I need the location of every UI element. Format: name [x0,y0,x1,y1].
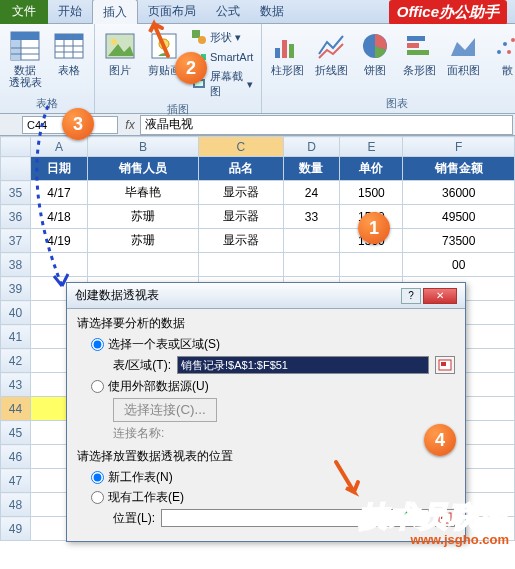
opt-select-range[interactable]: 选择一个表或区域(S) [91,336,455,353]
tab-formula[interactable]: 公式 [206,0,250,24]
cell[interactable] [340,253,403,277]
row-header[interactable]: 43 [1,373,31,397]
row-header[interactable]: 45 [1,421,31,445]
tab-file[interactable]: 文件 [0,0,48,24]
section-label: 请选择要分析的数据 [77,315,455,332]
tab-home[interactable]: 开始 [48,0,92,24]
col-D[interactable]: D [283,137,340,157]
tab-insert[interactable]: 插入 [92,0,138,25]
cell[interactable]: 品名 [199,157,283,181]
row-header[interactable]: 44 [1,397,31,421]
connection-name-label: 连接名称: [113,425,455,442]
table-button[interactable]: 表格 [50,28,88,78]
cell[interactable]: 数量 [283,157,340,181]
cell[interactable]: 单价 [340,157,403,181]
column-chart-button[interactable]: 柱形图 [268,28,306,78]
cell[interactable]: 毕春艳 [87,181,198,205]
row-header[interactable]: 47 [1,469,31,493]
picture-label: 图片 [109,64,131,76]
col-E[interactable]: E [340,137,403,157]
cell[interactable]: 49500 [403,205,515,229]
cell[interactable] [87,253,198,277]
row-header[interactable]: 49 [1,517,31,541]
group-label-charts: 图表 [386,94,408,111]
cell[interactable]: 1500 [340,181,403,205]
group-label-illustrations: 插图 [167,100,189,117]
row-header[interactable]: 48 [1,493,31,517]
area-chart-label: 面积图 [447,64,480,76]
pivot-table-button[interactable]: 数据 透视表 [6,28,44,90]
callout-2: 2 [175,52,207,84]
cell[interactable]: 24 [283,181,340,205]
dialog-titlebar[interactable]: 创建数据透视表 ? ✕ [67,283,465,309]
cell[interactable]: 销售人员 [87,157,198,181]
area-chart-button[interactable]: 面积图 [444,28,482,78]
svg-rect-16 [192,30,200,38]
radio-new-sheet[interactable] [91,471,104,484]
row-header[interactable]: 40 [1,301,31,325]
radio-select-range[interactable] [91,338,104,351]
cell[interactable]: 苏珊 [87,229,198,253]
pie-chart-button[interactable]: 饼图 [356,28,394,78]
cell[interactable] [283,229,340,253]
opt-external[interactable]: 使用外部数据源(U) [91,378,455,395]
callout-1: 1 [358,212,390,244]
svg-rect-29 [407,50,429,55]
cell[interactable]: 苏珊 [87,205,198,229]
cell[interactable] [199,253,283,277]
cell[interactable]: 00 [403,253,515,277]
shapes-button[interactable]: 形状▾ [189,28,255,46]
arrow-to-ok [330,458,370,498]
cell[interactable]: 显示器 [199,181,283,205]
picture-button[interactable]: 图片 [101,28,139,78]
radio-existing-sheet[interactable] [91,491,104,504]
close-button[interactable]: ✕ [423,288,457,304]
bar-chart-icon [403,30,435,62]
tab-data[interactable]: 数据 [250,0,294,24]
cell[interactable]: 显示器 [199,205,283,229]
col-B[interactable]: B [87,137,198,157]
svg-point-31 [503,42,507,46]
pie-chart-icon [359,30,391,62]
opt-select-range-label: 选择一个表或区域(S) [108,336,220,353]
table-label: 表格 [58,64,80,76]
picture-icon [104,30,136,62]
pivot-table-icon [9,30,41,62]
cell[interactable]: 33 [283,205,340,229]
opt-new-sheet[interactable]: 新工作表(N) [91,469,455,486]
col-F[interactable]: F [403,137,515,157]
cell[interactable]: 73500 [403,229,515,253]
cell[interactable]: 显示器 [199,229,283,253]
row-header[interactable]: 46 [1,445,31,469]
svg-point-32 [511,38,515,42]
section-label-2: 请选择放置数据透视表的位置 [77,448,455,465]
fx-icon[interactable]: fx [122,118,138,132]
help-button[interactable]: ? [401,288,421,304]
svg-rect-35 [441,362,446,366]
cell[interactable]: 36000 [403,181,515,205]
shapes-icon [191,29,207,45]
dropdown-icon: ▾ [235,31,241,44]
opt-new-sheet-label: 新工作表(N) [108,469,173,486]
col-C[interactable]: C [199,137,283,157]
cell[interactable] [283,253,340,277]
svg-rect-24 [282,40,287,58]
shapes-label: 形状 [210,30,232,45]
scatter-chart-button[interactable]: 散 [488,28,515,78]
watermark-2-url: www.jsgho.com [359,532,509,547]
watermark-2-title: 技术员联盟 [359,501,509,532]
line-chart-button[interactable]: 折线图 [312,28,350,78]
ribbon-group-charts: 柱形图 折线图 饼图 条形图 面积图 散 图表 [262,24,515,113]
cell[interactable]: 销售金额 [403,157,515,181]
row-header[interactable]: 41 [1,325,31,349]
radio-external[interactable] [91,380,104,393]
row-header[interactable]: 42 [1,349,31,373]
range-label: 表/区域(T): [113,357,171,374]
svg-rect-1 [11,32,39,40]
range-input[interactable] [177,356,429,374]
screenshot-label: 屏幕截图 [210,69,244,99]
formula-bar[interactable] [140,115,513,135]
bar-chart-button[interactable]: 条形图 [400,28,438,78]
pie-chart-label: 饼图 [364,64,386,76]
range-picker-button[interactable] [435,356,455,374]
